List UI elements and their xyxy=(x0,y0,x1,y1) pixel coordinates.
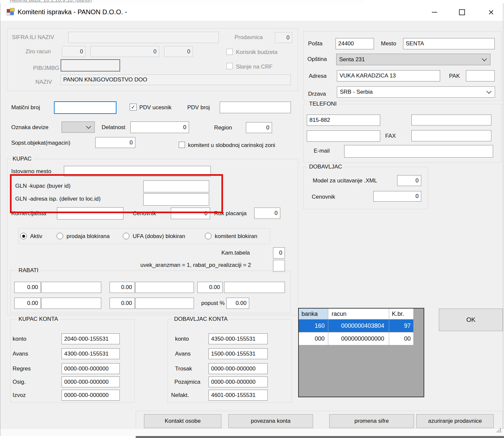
rabat-input-1[interactable]: 0.00 xyxy=(14,282,41,293)
telefon-input-3[interactable] xyxy=(307,130,380,142)
email-input[interactable] xyxy=(344,145,493,158)
ziro-racun-label: Ziro racun xyxy=(25,48,51,55)
dob-pozajmica-input[interactable]: 0000-000-000000 xyxy=(208,376,268,387)
prodavnica-input[interactable]: 0 xyxy=(275,32,292,43)
mesto-input[interactable]: SENTA xyxy=(403,38,495,49)
pdv-ucesnik-checkbox[interactable]: ✓ xyxy=(130,104,137,111)
ziro-racun-input-1[interactable]: 0 xyxy=(62,46,86,57)
rabat-input-3[interactable]: 0.00 xyxy=(197,282,223,293)
fax-input[interactable] xyxy=(411,130,491,141)
sifra-label: SIFRA ILI NAZIV xyxy=(12,34,54,41)
dob-konto-label: konto xyxy=(175,336,189,342)
radio-ufa-blokiran[interactable] xyxy=(123,233,129,239)
gln-kupac-label: GLN -kupac (buyer id) xyxy=(15,183,70,189)
rabat-text-4[interactable] xyxy=(41,298,101,309)
kam-tabela-input[interactable]: 0 xyxy=(273,247,285,259)
opstina-select[interactable]: Senta 231 xyxy=(336,54,490,65)
drzava-label: Drzava xyxy=(308,91,326,97)
resize-grip[interactable] xyxy=(500,431,501,432)
radio-prodaja-blokirana[interactable] xyxy=(57,233,63,239)
dob-konto-input[interactable]: 4350-000-155531 xyxy=(208,333,268,344)
pib-input[interactable] xyxy=(61,59,120,72)
rabat-input-2[interactable]: 0.00 xyxy=(110,282,135,293)
radio-aktiv[interactable] xyxy=(20,233,27,239)
bank-col-header-banka[interactable]: banka xyxy=(299,309,328,319)
radio-prodaja-blokirana-label: prodaja blokirana xyxy=(67,233,110,240)
povezana-konta-button[interactable]: povezana konta xyxy=(228,414,313,428)
rabat-input-5[interactable]: 0.00 xyxy=(110,298,135,309)
ziro-racun-input-3[interactable]: 0 xyxy=(164,46,193,57)
korisnik-budzeta-checkbox[interactable] xyxy=(226,49,233,55)
sopst-objekat-input[interactable]: 0 xyxy=(95,137,135,148)
naziv-input[interactable]: PANON KNJIGOVODSTVO DOO xyxy=(61,74,291,85)
adresa-input[interactable]: VUKA KARADZICA 13 xyxy=(337,70,440,81)
background-window-strip: Aktivna baza: 10.1.16.9.10. /panon xyxy=(0,0,364,3)
pak-label: PAK xyxy=(449,73,460,79)
dobavljac-groupbox xyxy=(303,167,428,209)
cenovnik-input[interactable]: 0 xyxy=(171,208,210,219)
radio-komitent-blokiran[interactable] xyxy=(205,233,211,239)
model-xml-input[interactable]: 0 xyxy=(397,175,421,186)
istovarno-mesto-input[interactable] xyxy=(64,166,211,176)
azuriranje-prodavnice-button[interactable]: azuriranje prodavnice xyxy=(416,414,494,428)
minimize-button[interactable] xyxy=(427,5,442,19)
telefon-input-2[interactable] xyxy=(411,115,491,125)
cenovnik-label: Cenovnik xyxy=(133,210,156,217)
dob-trosak-label: Trosak xyxy=(175,365,192,372)
kupac-avans-input[interactable]: 4300-000-155531 xyxy=(62,348,120,359)
aranzman-input[interactable] xyxy=(273,260,285,272)
posta-input[interactable]: 24400 xyxy=(336,38,374,49)
ziro-racun-input-2[interactable]: 0 xyxy=(90,46,159,57)
ok-button[interactable]: OK xyxy=(439,309,503,331)
popust-label: popust % xyxy=(201,300,225,307)
slanje-crf-checkbox[interactable] xyxy=(226,63,233,69)
maximize-button[interactable] xyxy=(454,5,470,19)
kupac-izvoz-label: Izvoz xyxy=(13,392,26,399)
kupac-osig-input[interactable]: 0000-000-000000 xyxy=(62,376,120,387)
kupac-regres-input[interactable]: 0000-000-000000 xyxy=(62,363,120,374)
promena-sifre-button[interactable]: promena sifre xyxy=(329,414,414,428)
gln-adresa-input[interactable] xyxy=(143,193,209,206)
rabat-input-4[interactable]: 0.00 xyxy=(14,298,41,309)
bottom-edge-bar xyxy=(136,436,504,438)
chevron-down-icon xyxy=(482,56,487,61)
carinska-zona-checkbox[interactable] xyxy=(179,142,185,148)
close-button[interactable]: × xyxy=(483,5,499,19)
checkmark-icon: ✓ xyxy=(131,104,135,110)
maticni-broj-label: Matični broj xyxy=(11,104,40,111)
dob-nefakt-label: Nefakt. xyxy=(171,392,189,399)
bank-col-header-racun[interactable]: racun xyxy=(328,309,389,319)
dob-avans-input[interactable]: 1500-000-155531 xyxy=(208,348,268,359)
prodavnica-label: Prodavnica xyxy=(235,34,263,41)
dob-trosak-input[interactable]: 0000-000-000000 xyxy=(208,363,268,374)
bank-col-header-kbr[interactable]: K.br. xyxy=(389,309,413,319)
drzava-select[interactable]: SRB - Serbia xyxy=(337,86,495,98)
pdv-broj-label: PDV broj xyxy=(187,104,210,111)
gln-kupac-input[interactable] xyxy=(143,180,209,192)
rabat-text-5[interactable] xyxy=(135,298,194,309)
komercijalista-input[interactable] xyxy=(57,207,123,219)
delatnost-input[interactable]: 0 xyxy=(130,122,189,133)
gln-adresa-label: GLN -adresa isp. (deliver to loc.id) xyxy=(15,196,101,202)
chevron-down-icon xyxy=(486,89,492,94)
adresa-label: Adresa xyxy=(309,73,327,79)
region-input[interactable]: 0 xyxy=(246,122,272,133)
dob-nefakt-input[interactable]: 4601-000-155531 xyxy=(208,390,268,401)
pak-input[interactable] xyxy=(466,70,495,81)
kupac-osig-label: Osig. xyxy=(13,379,26,385)
rabat-text-3[interactable] xyxy=(224,282,285,293)
kupac-konto-label: konto xyxy=(13,336,26,342)
oznaka-devize-select[interactable] xyxy=(62,122,95,133)
rabat-text-2[interactable] xyxy=(135,282,194,293)
pdv-broj-input[interactable] xyxy=(220,102,291,113)
maticni-broj-input[interactable] xyxy=(54,101,116,114)
kupac-konto-input[interactable]: 2040-000-155531 xyxy=(62,333,120,344)
kontakt-osobe-button[interactable]: Kontakt osobe xyxy=(144,414,221,428)
telefon-input-1[interactable]: 815-882 xyxy=(307,115,380,126)
kupac-izvoz-input[interactable]: 0000-000-000000 xyxy=(62,390,120,401)
rabat-text-1[interactable] xyxy=(41,282,101,293)
popust-input[interactable]: 0.00 xyxy=(226,298,249,309)
sifra-input[interactable] xyxy=(68,32,219,43)
dob-cenovnik-input[interactable]: 0 xyxy=(373,191,421,202)
rok-placanja-input[interactable]: 0 xyxy=(254,208,280,219)
